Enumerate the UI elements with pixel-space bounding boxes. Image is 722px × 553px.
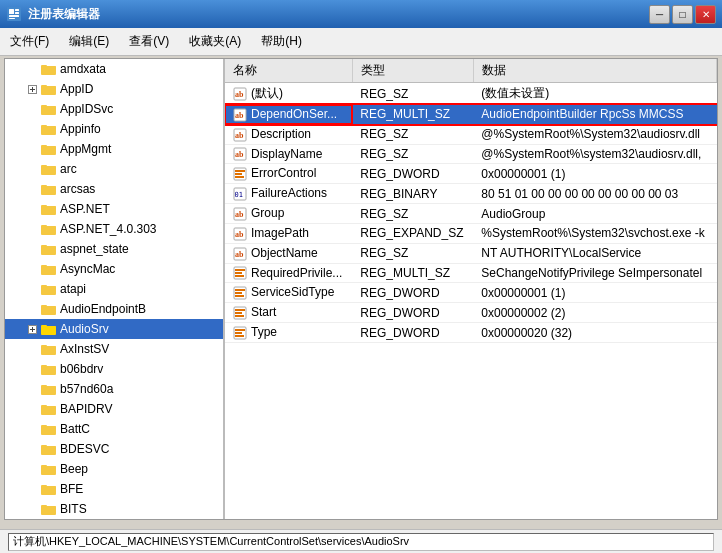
folder-icon	[41, 443, 57, 455]
tree-item[interactable]: atapi	[5, 279, 223, 299]
expand-icon[interactable]	[25, 82, 39, 96]
tree-item-label: arcsas	[60, 182, 95, 196]
reg-name-text: Description	[251, 127, 311, 141]
menu-item-查看(V)[interactable]: 查看(V)	[119, 30, 179, 53]
svg-rect-1	[9, 9, 14, 14]
reg-name: ab ObjectName	[225, 243, 352, 263]
tree-item[interactable]: BDESVC	[5, 439, 223, 459]
tree-item[interactable]: BAPIDRV	[5, 399, 223, 419]
tree-item[interactable]: BFE	[5, 479, 223, 499]
tree-item[interactable]: AppIDSvc	[5, 99, 223, 119]
tree-item[interactable]: AxInstSV	[5, 339, 223, 359]
svg-rect-44	[41, 286, 56, 294]
reg-name: ServiceSidType	[225, 283, 352, 303]
reg-type: REG_DWORD	[352, 323, 473, 343]
svg-rect-3	[15, 12, 19, 14]
reg-type: REG_SZ	[352, 204, 473, 224]
table-row[interactable]: StartREG_DWORD0x00000002 (2)	[225, 303, 717, 323]
tree-item[interactable]: BITS	[5, 499, 223, 519]
menu-item-帮助(H)[interactable]: 帮助(H)	[251, 30, 312, 53]
reg-type-icon: ab	[233, 227, 247, 241]
folder-icon	[41, 483, 57, 495]
svg-rect-47	[41, 306, 56, 314]
folder-icon	[41, 423, 57, 435]
reg-data: 0x00000002 (2)	[473, 303, 716, 323]
svg-rect-23	[41, 146, 56, 154]
reg-name: ab DisplayName	[225, 144, 352, 164]
table-row[interactable]: ServiceSidTypeREG_DWORD0x00000001 (1)	[225, 283, 717, 303]
svg-text:ab: ab	[235, 250, 244, 259]
tree-item[interactable]: arcsas	[5, 179, 223, 199]
reg-data: @%SystemRoot%\System32\audiosrv.dll	[473, 124, 716, 144]
expand-icon[interactable]	[25, 322, 39, 336]
tree-item-label: AppMgmt	[60, 142, 111, 156]
svg-rect-56	[41, 346, 56, 354]
tree-item[interactable]: AudioEndpointB	[5, 299, 223, 319]
tree-item-label: BITS	[60, 502, 87, 516]
folder-icon	[41, 223, 57, 235]
folder-icon	[41, 63, 57, 75]
tree-item-label: AxInstSV	[60, 342, 109, 356]
folder-icon	[41, 143, 57, 155]
title-bar: 注册表编辑器 ─ □ ✕	[0, 0, 722, 28]
reg-name-text: ErrorControl	[251, 166, 316, 180]
reg-type: REG_DWORD	[352, 303, 473, 323]
reg-type-icon	[233, 167, 247, 181]
tree-item[interactable]: arc	[5, 159, 223, 179]
table-row[interactable]: ab DisplayNameREG_SZ@%SystemRoot%\system…	[225, 144, 717, 164]
folder-icon	[41, 363, 57, 375]
tree-item[interactable]: AudioSrv	[5, 319, 223, 339]
tree-item[interactable]: ASP.NET_4.0.303	[5, 219, 223, 239]
reg-data: AudioEndpointBuilder RpcSs MMCSS	[473, 105, 716, 125]
reg-name: Type	[225, 323, 352, 343]
tree-item-label: BFE	[60, 482, 83, 496]
tree-item[interactable]: AppID	[5, 79, 223, 99]
svg-rect-53	[41, 326, 56, 334]
folder-icon	[41, 343, 57, 355]
reg-name: RequiredPrivile...	[225, 263, 352, 283]
table-row[interactable]: ab (默认)REG_SZ(数值未设置)	[225, 83, 717, 105]
table-row[interactable]: TypeREG_DWORD0x00000020 (32)	[225, 323, 717, 343]
tree-item[interactable]: aspnet_state	[5, 239, 223, 259]
tree-item-label: amdxata	[60, 62, 106, 76]
tree-item[interactable]: AsyncMac	[5, 259, 223, 279]
reg-name-text: ImagePath	[251, 226, 309, 240]
table-row[interactable]: ab GroupREG_SZAudioGroup	[225, 204, 717, 224]
tree-item[interactable]: amdxata	[5, 59, 223, 79]
reg-data: 0x00000001 (1)	[473, 283, 716, 303]
tree-item-label: AsyncMac	[60, 262, 115, 276]
table-row[interactable]: ab ImagePathREG_EXPAND_SZ%SystemRoot%\Sy…	[225, 223, 717, 243]
tree-item[interactable]: Appinfo	[5, 119, 223, 139]
tree-item[interactable]: b06bdrv	[5, 359, 223, 379]
tree-item[interactable]: Beep	[5, 459, 223, 479]
table-row[interactable]: ab DescriptionREG_SZ@%SystemRoot%\System…	[225, 124, 717, 144]
svg-rect-2	[15, 9, 19, 11]
menu-item-收藏夹(A)[interactable]: 收藏夹(A)	[179, 30, 251, 53]
table-row[interactable]: ab ObjectNameREG_SZNT AUTHORITY\LocalSer…	[225, 243, 717, 263]
reg-name: ab Description	[225, 124, 352, 144]
close-button[interactable]: ✕	[695, 5, 716, 24]
reg-type: REG_SZ	[352, 124, 473, 144]
reg-type-icon	[233, 266, 247, 280]
svg-rect-17	[41, 106, 56, 114]
tree-item[interactable]: BattC	[5, 419, 223, 439]
tree-item[interactable]: AppMgmt	[5, 139, 223, 159]
svg-rect-102	[235, 269, 245, 271]
folder-icon	[41, 183, 57, 195]
menu-item-文件(F)[interactable]: 文件(F)	[0, 30, 59, 53]
svg-rect-68	[41, 426, 56, 434]
maximize-button[interactable]: □	[672, 5, 693, 24]
folder-icon	[41, 503, 57, 515]
table-row[interactable]: ErrorControlREG_DWORD0x00000001 (1)	[225, 164, 717, 184]
col-name: 名称	[225, 59, 352, 83]
folder-icon	[41, 403, 57, 415]
menu-item-编辑(E)[interactable]: 编辑(E)	[59, 30, 119, 53]
tree-item[interactable]: ASP.NET	[5, 199, 223, 219]
table-row[interactable]: ab DependOnSer...REG_MULTI_SZAudioEndpoi…	[225, 105, 717, 125]
svg-rect-71	[41, 446, 56, 454]
table-row[interactable]: 01 FailureActionsREG_BINARY80 51 01 00 0…	[225, 184, 717, 204]
tree-item[interactable]: b57nd60a	[5, 379, 223, 399]
minimize-button[interactable]: ─	[649, 5, 670, 24]
reg-name: ab ImagePath	[225, 223, 352, 243]
table-row[interactable]: RequiredPrivile...REG_MULTI_SZSeChangeNo…	[225, 263, 717, 283]
